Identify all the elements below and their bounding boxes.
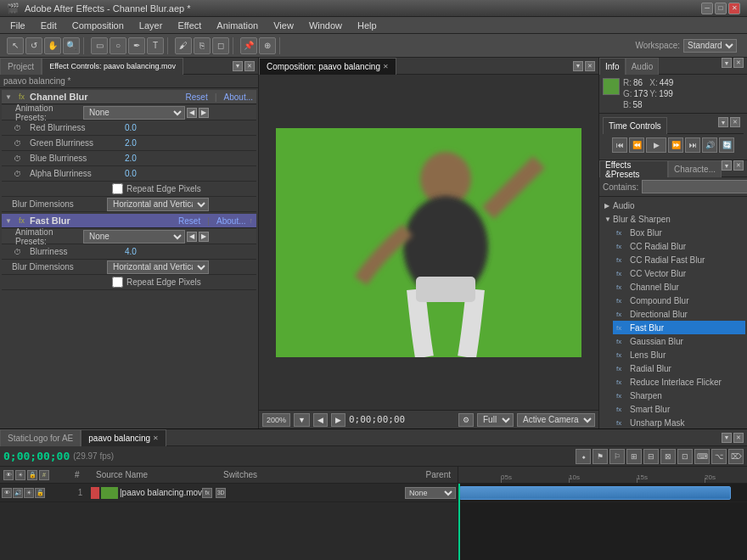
clone-tool[interactable]: ⎘ xyxy=(194,37,211,54)
info-panel-menu[interactable]: ▼ xyxy=(722,58,732,68)
fast-blur-expand-icon[interactable]: ▼ xyxy=(5,217,14,225)
tl-btn8[interactable]: ⌨ xyxy=(694,449,710,464)
channel-blur-expand-icon[interactable]: ▼ xyxy=(5,93,14,101)
menu-animation[interactable]: Animation xyxy=(210,19,265,32)
text-tool[interactable]: T xyxy=(147,37,164,54)
effect-unsharp-mask[interactable]: fxUnsharp Mask xyxy=(613,416,745,428)
effect-gaussian-blur[interactable]: fxGaussian Blur xyxy=(613,334,745,348)
timeline-timecode[interactable]: 0;00;00;00 xyxy=(3,450,70,462)
pen-tool[interactable]: ✒ xyxy=(128,37,145,54)
comp-quality-select[interactable]: Full xyxy=(477,413,514,427)
menu-effect[interactable]: Effect xyxy=(171,19,208,32)
effect-cc-radial-fast-blur[interactable]: fxCC Radial Fast Blur xyxy=(613,253,745,266)
loop-toggle[interactable]: 🔄 xyxy=(719,137,734,153)
menu-edit[interactable]: Edit xyxy=(34,19,64,32)
red-blur-stopwatch[interactable]: ⏱ xyxy=(14,124,21,132)
tl-solo-icon[interactable]: ☀ xyxy=(15,470,25,480)
tl-btn4[interactable]: ⊞ xyxy=(626,449,642,464)
green-blur-stopwatch[interactable]: ⏱ xyxy=(14,139,21,148)
zoom-menu[interactable]: ▼ xyxy=(294,413,310,427)
comp-nav-next[interactable]: ▶ xyxy=(331,413,345,427)
tl-btn9[interactable]: ⌥ xyxy=(711,449,727,464)
rect-mask[interactable]: ▭ xyxy=(91,37,108,54)
effect-fast-blur[interactable]: fxFast Blur xyxy=(613,321,745,334)
hand-tool[interactable]: ✋ xyxy=(44,37,61,54)
tl-btn6[interactable]: ⊠ xyxy=(660,449,676,464)
fast-blur-preset-next[interactable]: ▶ xyxy=(199,232,209,242)
menu-layer[interactable]: Layer xyxy=(132,19,170,32)
row-solo[interactable]: ☀ xyxy=(24,488,34,498)
effect-cc-vector-blur[interactable]: fxCC Vector Blur xyxy=(613,266,745,280)
tl-btn1[interactable]: ⬥ xyxy=(576,449,591,464)
comp-camera-select[interactable]: Active Camera xyxy=(517,413,595,427)
ellipse-mask[interactable]: ○ xyxy=(110,37,126,54)
green-blurriness-value[interactable]: 2.0 xyxy=(125,138,137,148)
composition-view[interactable] xyxy=(259,75,598,410)
menu-view[interactable]: View xyxy=(267,19,300,32)
effect-box-blur[interactable]: fxBox Blur xyxy=(613,226,745,239)
panel-close-btn[interactable]: ✕ xyxy=(244,61,255,71)
row-switch1[interactable]: fx xyxy=(202,488,212,498)
row-audio[interactable]: 🔊 xyxy=(13,488,23,498)
effect-directional-blur[interactable]: fxDirectional Blur xyxy=(613,307,745,321)
info-panel-close[interactable]: ✕ xyxy=(733,58,744,68)
preset-prev[interactable]: ◀ xyxy=(187,108,197,118)
row-parent-select[interactable]: None xyxy=(405,487,456,499)
fast-blur-dimensions-select[interactable]: Horizontal and Vertical xyxy=(107,260,209,274)
brush-tool[interactable]: 🖌 xyxy=(175,37,192,54)
panel-menu-btn[interactable]: ▼ xyxy=(233,61,243,71)
audio-toggle[interactable]: 🔊 xyxy=(702,137,717,153)
time-ctrl-menu[interactable]: ▼ xyxy=(718,117,728,127)
fast-blur-preset-prev[interactable]: ◀ xyxy=(187,232,197,242)
menu-composition[interactable]: Composition xyxy=(65,19,131,32)
paavo-tab-close[interactable]: ✕ xyxy=(153,434,159,442)
time-ctrl-close[interactable]: ✕ xyxy=(730,117,740,127)
timeline-panel-close[interactable]: ✕ xyxy=(733,433,744,443)
eraser-tool[interactable]: ◻ xyxy=(212,37,229,54)
time-controls-tab[interactable]: Time Controls xyxy=(603,117,667,134)
fast-blur-edge-checkbox[interactable] xyxy=(112,277,123,288)
timeline-tab-static[interactable]: StaticLogo for AE xyxy=(0,429,81,446)
puppet-overlap[interactable]: ⊕ xyxy=(259,37,276,54)
effect-channel-blur[interactable]: fxChannel Blur xyxy=(613,280,745,294)
fast-blur-reset[interactable]: Reset xyxy=(178,216,200,226)
timeline-playhead[interactable] xyxy=(458,484,460,560)
effects-panel-menu[interactable]: ▼ xyxy=(722,160,732,171)
timeline-panel-menu[interactable]: ▼ xyxy=(722,433,732,443)
effect-reduce-interlace[interactable]: fxReduce Interlace Flicker xyxy=(613,375,745,389)
alpha-blur-stopwatch[interactable]: ⏱ xyxy=(14,170,21,178)
zoom-indicator[interactable]: 200% xyxy=(262,413,290,427)
effect-radial-blur[interactable]: fxRadial Blur xyxy=(613,361,745,375)
comp-tab-close[interactable]: ✕ xyxy=(383,63,389,70)
row-switch2[interactable]: 3D xyxy=(216,488,226,498)
fast-blur-about[interactable]: About... xyxy=(216,216,245,226)
menu-help[interactable]: Help xyxy=(351,19,384,32)
menu-window[interactable]: Window xyxy=(302,19,349,32)
minimize-button[interactable]: ─ xyxy=(701,3,713,14)
blue-blurriness-value[interactable]: 2.0 xyxy=(125,154,137,163)
effect-compound-blur[interactable]: fxCompound Blur xyxy=(613,294,745,307)
effects-presets-tab[interactable]: Effects &Presets xyxy=(599,160,668,177)
menu-file[interactable]: File xyxy=(3,19,32,32)
channel-blur-dimensions-select[interactable]: Horizontal and Vertical xyxy=(107,198,209,211)
comp-tab-main[interactable]: Composition: paavo balancing ✕ xyxy=(259,58,396,75)
puppet-pin[interactable]: 📌 xyxy=(240,37,257,54)
effect-smart-blur[interactable]: fxSmart Blur xyxy=(613,402,745,416)
workspace-select[interactable]: Standard xyxy=(683,39,737,53)
play-button[interactable]: ▶ xyxy=(646,137,666,153)
tl-solo-header[interactable]: # xyxy=(39,470,49,480)
audio-tab[interactable]: Audio xyxy=(626,58,660,75)
channel-blur-presets-select[interactable]: None xyxy=(83,106,185,120)
info-tab[interactable]: Info xyxy=(599,58,626,75)
rotate-tool[interactable]: ↺ xyxy=(25,37,42,54)
tl-btn5[interactable]: ⊟ xyxy=(643,449,659,464)
tl-btn7[interactable]: ⊡ xyxy=(677,449,693,464)
tl-btn10[interactable]: ⌦ xyxy=(728,449,744,464)
contains-input[interactable] xyxy=(642,180,747,193)
play-prev-frame[interactable]: ⏪ xyxy=(629,137,644,153)
row-visibility[interactable]: 👁 xyxy=(2,488,12,498)
tl-lock-icon[interactable]: 🔒 xyxy=(27,470,37,480)
blurriness-stopwatch[interactable]: ⏱ xyxy=(14,248,21,256)
effect-controls-tab[interactable]: Effect Controls: paavo balancing.mov xyxy=(42,58,183,75)
clip-paavo[interactable] xyxy=(459,486,731,500)
